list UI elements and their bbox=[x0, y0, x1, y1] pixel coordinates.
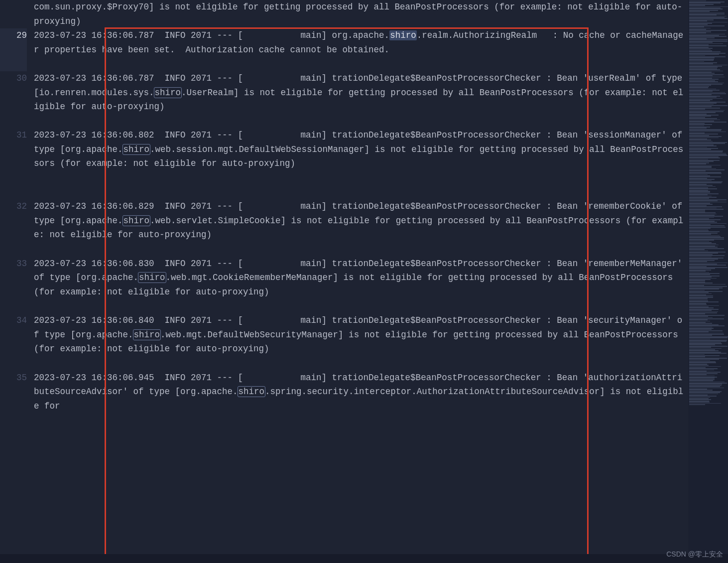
log-text: 2023-07-23 16:36:06.787 INFO 2071 --- [ … bbox=[34, 30, 389, 40]
line-number[interactable]: 35 bbox=[0, 371, 27, 427]
status-bar bbox=[0, 554, 728, 563]
code-area[interactable]: com.sun.proxy.$Proxy70] is not eligible … bbox=[34, 0, 688, 563]
search-match: shiro bbox=[154, 88, 182, 98]
line-number[interactable]: 32 bbox=[0, 199, 27, 256]
search-selection: shiro bbox=[389, 30, 417, 40]
search-match: shiro bbox=[238, 387, 265, 397]
log-line[interactable]: com.sun.proxy.$Proxy70] is not eligible … bbox=[34, 0, 684, 28]
log-line[interactable]: 2023-07-23 16:36:06.840 INFO 2071 --- [ … bbox=[34, 313, 684, 370]
minimap[interactable] bbox=[688, 0, 728, 563]
log-line[interactable]: 2023-07-23 16:36:06.830 INFO 2071 --- [ … bbox=[34, 257, 684, 313]
log-line[interactable]: 2023-07-23 16:36:06.802 INFO 2071 --- [ … bbox=[34, 128, 684, 199]
log-line[interactable]: 2023-07-23 16:36:06.787 INFO 2071 --- [ … bbox=[34, 71, 684, 128]
search-match: shiro bbox=[123, 144, 150, 154]
line-number[interactable] bbox=[0, 0, 27, 28]
editor: 29303132333435 com.sun.proxy.$Proxy70] i… bbox=[0, 0, 728, 563]
line-number[interactable]: 33 bbox=[0, 257, 27, 313]
search-match: shiro bbox=[133, 330, 161, 340]
log-text: com.sun.proxy.$Proxy70] is not eligible … bbox=[34, 2, 682, 26]
search-match: shiro bbox=[138, 273, 166, 282]
line-number[interactable]: 30 bbox=[0, 71, 27, 128]
log-line[interactable]: 2023-07-23 16:36:06.945 INFO 2071 --- [ … bbox=[34, 371, 684, 427]
log-line[interactable]: 2023-07-23 16:36:06.787 INFO 2071 --- [ … bbox=[34, 28, 684, 71]
line-number[interactable]: 34 bbox=[0, 313, 27, 370]
line-number-gutter[interactable]: 29303132333435 bbox=[0, 0, 34, 563]
line-number[interactable]: 31 bbox=[0, 128, 27, 199]
line-number[interactable]: 29 bbox=[0, 28, 27, 71]
watermark-text: CSDN @零上安全 bbox=[666, 549, 723, 560]
log-line[interactable]: 2023-07-23 16:36:06.829 INFO 2071 --- [ … bbox=[34, 199, 684, 256]
search-match: shiro bbox=[123, 216, 150, 226]
